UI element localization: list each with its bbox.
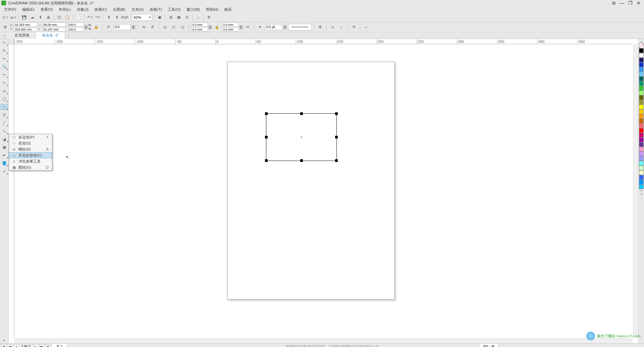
ruler-corner[interactable] bbox=[9, 39, 14, 44]
convert-curves-button[interactable]: ⟲ bbox=[350, 23, 358, 31]
print-button[interactable]: 🖶 bbox=[45, 14, 52, 21]
transparency-tool[interactable]: ▦ bbox=[1, 144, 8, 150]
rectangle-tool[interactable]: ▭ bbox=[1, 88, 8, 94]
add-page-button[interactable]: ⊕ bbox=[1, 344, 7, 347]
handle-bc[interactable] bbox=[300, 159, 303, 162]
color-swatch[interactable] bbox=[639, 76, 644, 81]
cloud-up-button[interactable]: ☁ bbox=[29, 14, 36, 21]
first-page-button[interactable]: ⏮ bbox=[7, 344, 13, 347]
relative-corner-button[interactable]: ⟳ bbox=[244, 23, 252, 31]
color-swatch[interactable] bbox=[639, 123, 644, 128]
mirror-h-button[interactable]: ⇋ bbox=[140, 23, 148, 31]
color-swatch[interactable] bbox=[639, 133, 644, 137]
undo-button[interactable]: ↶ bbox=[86, 14, 93, 21]
corner-chamfer-button[interactable]: ◲ bbox=[179, 23, 186, 31]
copy-button[interactable]: ⿻ bbox=[56, 14, 63, 21]
drop-shadow-tool[interactable]: ◪ bbox=[1, 136, 8, 142]
new-button[interactable]: 🗋 bbox=[1, 14, 9, 21]
corner-round-button[interactable]: ◱ bbox=[161, 23, 169, 31]
import-button[interactable]: ⬇ bbox=[105, 14, 112, 21]
corner-spinner-l[interactable]: ▴▾ bbox=[209, 25, 212, 29]
menu-effects[interactable]: 效果(C) bbox=[92, 6, 110, 13]
color-swatch[interactable] bbox=[639, 81, 644, 86]
canvas-viewport[interactable]: × bbox=[14, 44, 633, 338]
flyout-common-shapes[interactable]: ◇ 常见的形状(C) bbox=[9, 152, 52, 158]
tab-add-button[interactable]: + bbox=[65, 34, 72, 38]
outline-spinner[interactable]: ▴▾ bbox=[283, 25, 287, 29]
color-swatch[interactable] bbox=[639, 128, 644, 133]
handle-mr[interactable] bbox=[335, 136, 338, 138]
to-front-button[interactable]: ◉ bbox=[329, 23, 336, 31]
page-tab-1[interactable]: 页 1 bbox=[51, 343, 67, 347]
menu-window[interactable]: 窗口(W) bbox=[184, 6, 203, 13]
scale-y-input[interactable] bbox=[67, 27, 84, 32]
to-back-button[interactable]: ◎ bbox=[338, 23, 345, 31]
color-swatch[interactable] bbox=[639, 58, 644, 62]
flyout-spiral[interactable]: ◎ 螺纹(S) A bbox=[9, 146, 52, 152]
open-button[interactable]: 🗁 bbox=[9, 14, 17, 21]
width-input[interactable] bbox=[42, 22, 66, 27]
wrap-text-button[interactable]: ≣ bbox=[317, 23, 324, 31]
cloud-down-button[interactable]: ⬇ bbox=[37, 14, 44, 21]
corner-lock-icon[interactable]: 🔒 bbox=[213, 23, 221, 31]
tab-welcome[interactable]: 欢迎屏幕 bbox=[9, 32, 36, 39]
x-position-input[interactable] bbox=[14, 22, 37, 27]
corner2-input[interactable] bbox=[191, 27, 208, 32]
menu-tools[interactable]: 工具(O) bbox=[165, 6, 183, 13]
color-swatch[interactable] bbox=[639, 147, 644, 152]
clipboard-button[interactable]: 📄 bbox=[75, 14, 82, 21]
rotation-input[interactable] bbox=[114, 24, 130, 30]
selected-rectangle[interactable]: × bbox=[266, 113, 337, 161]
horizontal-ruler[interactable]: -250-200-150-100-50050100150200250300350… bbox=[14, 39, 633, 44]
add-page-after-button[interactable]: ⊕ bbox=[45, 344, 51, 347]
color-swatch[interactable] bbox=[639, 67, 644, 72]
color-swatch[interactable] bbox=[639, 170, 644, 175]
color-swatch[interactable] bbox=[639, 105, 644, 109]
close-icon[interactable]: ✕ bbox=[637, 0, 641, 6]
color-swatch[interactable] bbox=[639, 156, 644, 161]
eyedropper-tool[interactable]: ✒ bbox=[1, 152, 8, 158]
color-swatch[interactable] bbox=[639, 109, 644, 114]
y-position-input[interactable] bbox=[14, 27, 37, 32]
outline-style-select[interactable] bbox=[288, 24, 312, 31]
handle-br[interactable] bbox=[335, 159, 338, 162]
menu-bitmap[interactable]: 位图(B) bbox=[110, 6, 128, 13]
menu-buy[interactable]: 购买 bbox=[222, 6, 234, 13]
palette-up[interactable]: ▴ bbox=[639, 40, 644, 44]
last-page-button[interactable]: ⏭ bbox=[39, 344, 45, 347]
color-swatch[interactable] bbox=[639, 152, 644, 156]
add-button[interactable]: + bbox=[363, 23, 370, 31]
color-swatch[interactable] bbox=[639, 48, 644, 53]
text-tool[interactable]: 字 bbox=[1, 112, 8, 118]
no-fill-swatch[interactable] bbox=[639, 44, 644, 48]
freehand-tool[interactable]: ✏ bbox=[1, 72, 8, 78]
menu-file[interactable]: 文件(F) bbox=[1, 6, 19, 13]
scale-x-input[interactable] bbox=[67, 22, 84, 27]
handle-tr[interactable] bbox=[335, 112, 338, 115]
home-button[interactable]: ⌂ bbox=[0, 32, 9, 39]
outline-width-input[interactable] bbox=[265, 24, 282, 30]
flyout-graph-paper[interactable]: ▦ 图纸(G) D bbox=[9, 164, 52, 170]
corner1-input[interactable] bbox=[191, 22, 208, 27]
color-swatch[interactable] bbox=[639, 119, 644, 123]
snap-button[interactable]: ⟐ bbox=[194, 14, 202, 21]
redo-button[interactable]: ↷ bbox=[94, 14, 101, 21]
mirror-v-button[interactable]: ⇵ bbox=[149, 23, 156, 31]
horizontal-scrollbar[interactable] bbox=[14, 339, 633, 343]
grid-button[interactable]: ▦ bbox=[175, 14, 182, 21]
height-input[interactable] bbox=[42, 27, 66, 32]
fill-tool[interactable]: 🪣 bbox=[1, 160, 8, 166]
crop-tool[interactable]: ✂ bbox=[1, 56, 8, 62]
menu-table[interactable]: 表格(T) bbox=[147, 6, 164, 13]
prev-page-button[interactable]: ◂ bbox=[13, 344, 19, 347]
color-swatch[interactable] bbox=[639, 142, 644, 147]
color-swatch[interactable] bbox=[639, 95, 644, 100]
rotation-spinner[interactable]: ▴▾ bbox=[132, 25, 135, 29]
corner4-input[interactable] bbox=[222, 27, 239, 32]
lock-ratio-icon[interactable]: 🔒 bbox=[93, 23, 100, 31]
vertical-scrollbar[interactable] bbox=[633, 44, 638, 338]
vertical-ruler[interactable] bbox=[9, 44, 14, 338]
connector-tool[interactable]: ⤡ bbox=[1, 128, 8, 134]
maximize-icon[interactable]: ❐ bbox=[628, 0, 633, 6]
flyout-polygon[interactable]: ⬠ 多边形(P) Y bbox=[9, 134, 52, 140]
